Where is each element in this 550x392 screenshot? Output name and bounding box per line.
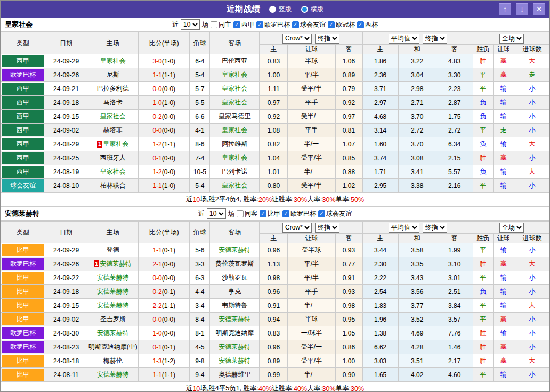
eu-away-odds: 6.34: [436, 137, 473, 151]
eu-draw-odds: 3.77: [398, 299, 436, 313]
layout-radio-group: 竖版横版: [269, 5, 323, 14]
checkbox-label: 欧冠杯: [336, 20, 355, 29]
ah-away-odds: 0.97: [335, 110, 362, 124]
league-badge: 欧罗巴杯: [2, 327, 44, 339]
sub-column-header: 客: [335, 45, 362, 54]
odds-source-select[interactable]: 平均值: [389, 34, 419, 44]
ah-home-odds: 0.83: [260, 326, 288, 340]
league-badge: 比甲: [2, 313, 44, 325]
close-button[interactable]: ✕: [533, 3, 545, 15]
home-team: 皇家社会: [87, 165, 139, 179]
corners: 5-5: [190, 96, 210, 110]
result-handicap: 输: [493, 137, 514, 151]
layout-radio-1[interactable]: 横版: [301, 5, 323, 14]
summary-segment: 30%: [351, 385, 364, 392]
ah-home-odds: 0.96: [260, 243, 288, 257]
eu-away-odds: 3.57: [436, 313, 473, 326]
league-badge: 比甲: [2, 299, 44, 312]
ah-line: 平手: [288, 124, 335, 137]
eu-draw-odds: 3.70: [398, 137, 436, 151]
result-handicap: 输: [493, 368, 514, 382]
match-score: 1-0(0-0): [139, 326, 190, 340]
league-checkbox-2[interactable]: 球会友谊: [292, 20, 326, 29]
ah-home-odds: 0.97: [260, 96, 288, 110]
eu-away-odds: 3.84: [436, 299, 473, 313]
checkbox-icon: [292, 21, 299, 28]
table-row: 比甲24-09-02圣吉罗斯0-0(0-0)8-4安德莱赫特0.94半球0.95…: [1, 313, 550, 326]
odds-source-select[interactable]: 全场: [499, 34, 524, 44]
eu-draw-odds: 4.69: [398, 326, 436, 340]
odds-source-select[interactable]: Crow*: [282, 223, 312, 233]
away-team: 皇家社会: [210, 179, 260, 193]
match-date: 24-09-29: [45, 54, 87, 68]
league-checkbox-1[interactable]: 欧罗巴杯: [256, 20, 290, 29]
home-team: 安德莱赫特: [87, 285, 139, 299]
ah-home-odds: 0.94: [260, 313, 288, 326]
layout-radio-0[interactable]: 竖版: [269, 5, 292, 14]
ah-line: 半/一: [288, 165, 335, 179]
column-header: 类型: [1, 222, 45, 243]
ah-away-odds: 0.90: [335, 368, 362, 382]
league-checkbox-2[interactable]: 球会友谊: [318, 209, 352, 218]
corners: 3-4: [190, 299, 210, 313]
same-venue-checkbox[interactable]: 同主: [211, 20, 231, 29]
away-team: 巴列卡诺: [210, 165, 260, 179]
checkbox-icon: [256, 21, 263, 28]
near-label: 近: [198, 209, 205, 218]
corners: 8-6: [190, 137, 210, 151]
move-up-button[interactable]: ↑: [499, 3, 511, 15]
match-score: 2-1(0-0): [139, 257, 190, 271]
sub-column-header: 主: [362, 45, 398, 54]
odds-source-select[interactable]: 终指: [423, 34, 447, 44]
eu-home-odds: 1.60: [362, 137, 398, 151]
ah-home-odds: 0.91: [260, 299, 288, 313]
result-handicap: 赢: [493, 313, 514, 326]
games-label: 场: [202, 20, 208, 29]
ah-line: 一/球半: [288, 326, 335, 340]
corners: 3-3: [190, 257, 210, 271]
eu-home-odds: 3.44: [362, 243, 398, 257]
result-goals: 小: [514, 285, 550, 299]
odds-source-select[interactable]: 终指: [423, 223, 447, 233]
result-handicap: 输: [493, 82, 514, 96]
section-filter-row: 皇家社会近10场同主西甲欧罗巴杯球会友谊欧冠杯西杯: [1, 18, 549, 32]
league-checkbox-3[interactable]: 欧冠杯: [328, 20, 355, 29]
league-checkbox-1[interactable]: 欧罗巴杯: [282, 209, 316, 218]
odds-source-select[interactable]: 终指: [315, 223, 339, 233]
summary-segment: 场,胜2平4负4, 胜率:: [200, 195, 258, 204]
league-badge: 比甲: [2, 369, 44, 381]
window-title: 近期战绩: [227, 4, 261, 14]
move-down-button[interactable]: ↓: [516, 3, 528, 15]
summary-segment: 40%: [294, 385, 307, 392]
match-score: 0-1(0-1): [139, 340, 190, 354]
table-row: 欧罗巴杯24-09-26尼斯1-1(1-1)5-4皇家社会1.00平/半0.89…: [1, 68, 550, 82]
league-checkbox-0[interactable]: 西甲: [233, 20, 254, 29]
column-header: 比分(半场): [139, 32, 190, 54]
result-wdl: 平: [473, 271, 493, 285]
result-wdl: 胜: [473, 151, 493, 165]
same-venue-checkbox[interactable]: 同客: [237, 209, 257, 218]
match-count-select[interactable]: 10: [181, 19, 200, 30]
match-count-select[interactable]: 10: [207, 208, 226, 219]
result-goals: 小: [514, 96, 550, 110]
odds-source-select[interactable]: 平均值: [389, 223, 419, 233]
match-score: 1-1(1-1): [139, 368, 190, 382]
away-team: 沙勒罗瓦: [210, 271, 260, 285]
league-checkbox-0[interactable]: 比甲: [260, 209, 280, 218]
match-date: 24-09-18: [45, 285, 87, 299]
corners: 9-8: [190, 354, 210, 368]
ah-line: 半/一: [288, 299, 335, 313]
result-goals: 小: [514, 368, 550, 382]
result-goals: 小: [514, 313, 550, 326]
match-date: 24-09-26: [45, 68, 87, 82]
away-team: 皇家马德里: [210, 110, 260, 124]
ah-line: 受半/一: [288, 340, 335, 354]
away-team: 皇家社会: [210, 124, 260, 137]
result-wdl: 负: [473, 96, 493, 110]
odds-source-select[interactable]: 全场: [499, 223, 524, 233]
ah-away-odds: 1.05: [335, 326, 362, 340]
result-goals: 小: [514, 243, 550, 257]
odds-source-select[interactable]: Crow*: [282, 34, 312, 44]
league-checkbox-4[interactable]: 西杯: [357, 20, 378, 29]
odds-source-select[interactable]: 终指: [315, 34, 339, 44]
